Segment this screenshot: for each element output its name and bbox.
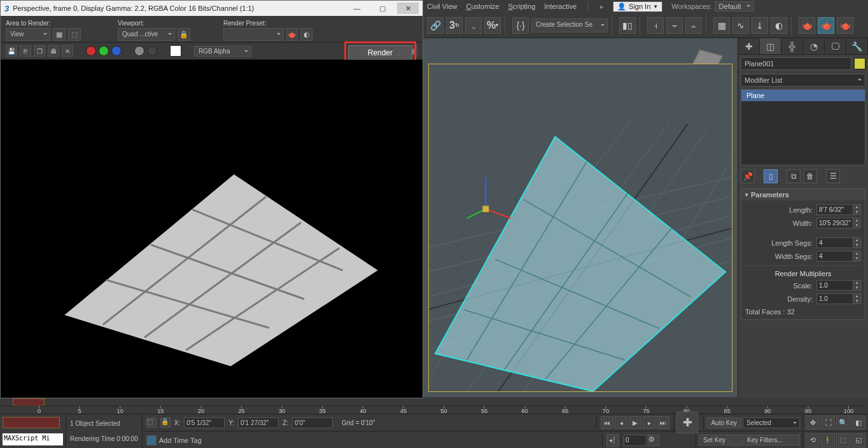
configure-sets-icon[interactable]: ☰ — [826, 169, 840, 183]
key-mode-icon[interactable] — [731, 435, 741, 446]
set-key-large-icon[interactable]: ✚ — [676, 412, 698, 433]
length-spinner[interactable]: ▲▼ — [816, 204, 861, 215]
render-setup-quickicon[interactable]: 🫖 — [286, 28, 298, 41]
bg-color-swatch[interactable] — [170, 45, 181, 57]
render-frame-icon[interactable]: 🫖 — [818, 17, 834, 34]
fov-icon[interactable]: ◧ — [851, 416, 865, 430]
y-field[interactable]: 0'1 27/32" — [238, 417, 279, 428]
prev-key-icon[interactable]: ◂┊ — [606, 434, 619, 447]
make-unique-icon[interactable]: ⧉ — [787, 169, 801, 183]
tab-create[interactable]: ✚ — [738, 38, 760, 54]
quick-access-icon[interactable]: ▸ — [600, 3, 604, 11]
align-center-icon[interactable]: ⫟ — [666, 17, 683, 34]
menu-scripting[interactable]: Scripting — [508, 3, 535, 10]
tab-motion[interactable]: ◔ — [803, 38, 825, 54]
selection-set-dropdown[interactable]: Create Selection Se — [531, 18, 608, 32]
bracket-icon[interactable]: {·} — [512, 17, 529, 34]
zoom-extents-icon[interactable]: ⛶ — [821, 416, 835, 430]
length-segs-spinner[interactable]: ▲▼ — [816, 237, 861, 248]
area-to-render-dropdown[interactable]: View — [6, 28, 50, 41]
viewport-dropdown[interactable]: Quad ...ctive — [118, 28, 175, 41]
layers-window-icon[interactable]: ▦ — [713, 17, 730, 34]
orbit-icon[interactable]: ⟲ — [806, 433, 820, 447]
tab-hierarchy[interactable]: ╬ — [781, 38, 803, 54]
align-right-icon[interactable]: ⫠ — [685, 17, 702, 34]
channel-alpha-icon[interactable] — [134, 46, 144, 56]
material-editor-icon[interactable]: ◐ — [771, 17, 787, 34]
minimize-button[interactable]: — — [346, 3, 368, 14]
link-icon[interactable]: 🔗 — [427, 17, 444, 34]
sign-in-button[interactable]: 👤 Sign In ▼ — [613, 1, 662, 12]
stack-item-plane[interactable]: Plane — [741, 90, 865, 101]
object-name-field[interactable]: Plane001 — [741, 57, 851, 70]
three-icon[interactable]: 3↻ — [446, 17, 463, 34]
maximize-button[interactable]: ▢ — [372, 3, 393, 14]
goto-start-icon[interactable]: ⏮ — [601, 416, 613, 429]
clear-icon[interactable]: ✕ — [62, 45, 73, 57]
pan-icon[interactable]: ✥ — [806, 416, 820, 430]
time-tag-icon[interactable] — [146, 435, 157, 445]
current-frame-field[interactable] — [624, 435, 647, 446]
menu-civil-view[interactable]: Civil View — [427, 3, 457, 10]
max-toggle-icon[interactable]: ◱ — [851, 433, 865, 447]
clone-window-icon[interactable]: ❐ — [34, 45, 45, 57]
window-titlebar[interactable]: 3 Perspective, frame 0, Display Gamma: 2… — [1, 1, 423, 16]
zoom-icon[interactable]: 🔍 — [836, 416, 850, 430]
scale-spinner[interactable]: ▲▼ — [816, 280, 861, 291]
menu-interactive[interactable]: Interactive — [544, 3, 577, 10]
mirror-icon[interactable]: ▮▯ — [619, 17, 636, 34]
channel-red-icon[interactable] — [86, 46, 96, 56]
object-color-swatch[interactable] — [854, 58, 865, 69]
time-slider[interactable]: 0510152025303540455055606570758085909510… — [0, 397, 868, 414]
auto-key-button[interactable]: Auto Key — [706, 417, 741, 428]
key-filters-button[interactable]: Key Filters... — [743, 435, 800, 445]
schematic-icon[interactable]: ⤓ — [752, 17, 768, 34]
rollout-header[interactable]: Parameters — [741, 189, 865, 200]
set-key-button[interactable]: Set Key — [699, 435, 730, 445]
percent-icon[interactable]: %▾ — [484, 17, 501, 34]
z-field[interactable]: 0'0" — [292, 417, 333, 428]
modifier-stack[interactable]: Plane — [741, 89, 865, 165]
show-end-result-icon[interactable]: ▯ — [764, 169, 778, 183]
menu-customize[interactable]: Customize — [466, 3, 499, 10]
tab-utilities[interactable]: 🔧 — [846, 38, 868, 54]
tab-display[interactable]: 🖵 — [825, 38, 846, 54]
tab-modify[interactable]: ◫ — [760, 38, 781, 54]
channel-mono-icon[interactable] — [147, 46, 157, 56]
auto-region-icon[interactable]: ⬚ — [68, 28, 81, 41]
region-edit-icon[interactable]: ▦ — [53, 28, 66, 41]
zoom-region-icon[interactable]: ⬚ — [836, 433, 850, 447]
channel-dropdown[interactable]: RGB Alpha — [194, 46, 251, 57]
walk-icon[interactable]: 🚶 — [821, 433, 835, 447]
prev-frame-icon[interactable]: ◂ — [615, 416, 627, 429]
goto-end-icon[interactable]: ⏭ — [657, 416, 669, 429]
render-production-icon[interactable]: 🫖 — [837, 17, 853, 34]
x-field[interactable]: 0'5 1/32" — [184, 417, 225, 428]
align-left-icon[interactable]: ⫞ — [647, 17, 664, 34]
render-preset-dropdown[interactable] — [223, 28, 284, 41]
next-frame-icon[interactable]: ▸ — [643, 416, 655, 429]
channel-blue-icon[interactable] — [111, 46, 122, 56]
key-mode-dropdown[interactable]: Selected — [743, 417, 800, 428]
lock-selection-icon[interactable]: 🔒 — [160, 417, 171, 428]
curve-editor-icon[interactable]: ∿ — [732, 17, 749, 34]
remove-modifier-icon[interactable]: 🗑 — [803, 169, 817, 183]
save-image-icon[interactable]: 💾 — [6, 45, 17, 57]
angle-icon[interactable]: ⦦ — [465, 17, 482, 34]
track-bar[interactable] — [3, 417, 60, 428]
lock-viewport-icon[interactable]: 🔒 — [178, 28, 190, 41]
time-config-icon[interactable]: ⚙ — [648, 435, 659, 446]
modifier-list-dropdown[interactable]: Modifier List — [741, 74, 865, 87]
viewport-perspective[interactable] — [423, 38, 738, 397]
workspaces-dropdown[interactable]: Default — [715, 1, 755, 11]
maxscript-listener[interactable]: MAXScript Mi — [3, 433, 63, 446]
copy-image-icon[interactable]: ⎘ — [20, 45, 31, 57]
play-icon[interactable]: ▶ — [629, 416, 641, 429]
render-button[interactable]: Render — [348, 45, 412, 60]
channel-green-icon[interactable] — [99, 46, 109, 56]
print-icon[interactable]: 🖶 — [48, 45, 59, 57]
isolate-icon[interactable]: ⬚ — [146, 417, 157, 428]
add-time-tag[interactable]: Add Time Tag — [159, 437, 202, 444]
render-output-canvas[interactable] — [1, 60, 423, 398]
density-spinner[interactable]: ▲▼ — [816, 293, 861, 304]
